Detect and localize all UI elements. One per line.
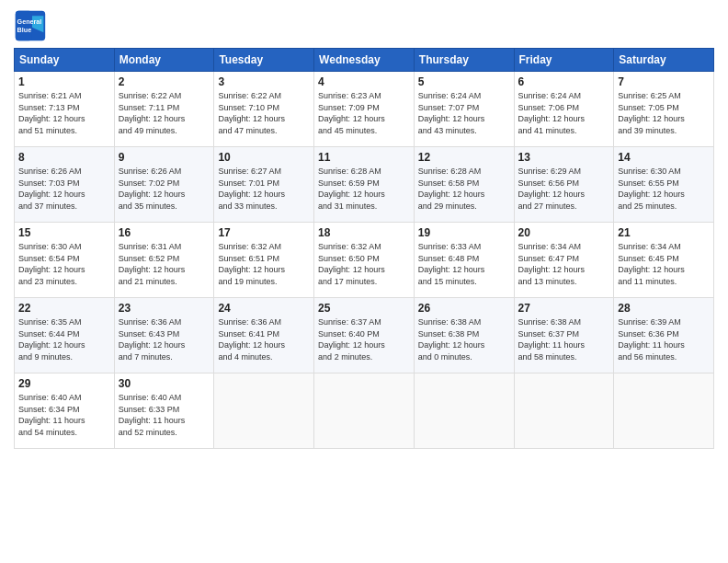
day-number: 19 <box>418 226 510 239</box>
cell-details: Sunrise: 6:22 AMSunset: 7:10 PMDaylight:… <box>218 90 310 136</box>
day-number: 15 <box>18 226 110 239</box>
calendar-cell: 12Sunrise: 6:28 AMSunset: 6:58 PMDayligh… <box>414 147 514 223</box>
cell-details: Sunrise: 6:22 AMSunset: 7:11 PMDaylight:… <box>119 90 210 136</box>
calendar-week-5: 29Sunrise: 6:40 AMSunset: 6:34 PMDayligh… <box>15 373 714 449</box>
day-number: 26 <box>418 302 510 315</box>
calendar-cell: 21Sunrise: 6:34 AMSunset: 6:45 PMDayligh… <box>614 223 714 298</box>
calendar-cell: 1Sunrise: 6:21 AMSunset: 7:13 PMDaylight… <box>15 72 115 147</box>
calendar-cell: 7Sunrise: 6:25 AMSunset: 7:05 PMDaylight… <box>614 72 714 147</box>
calendar-cell: 9Sunrise: 6:26 AMSunset: 7:02 PMDaylight… <box>114 147 214 223</box>
calendar-cell <box>614 373 714 449</box>
calendar-week-3: 15Sunrise: 6:30 AMSunset: 6:54 PMDayligh… <box>15 223 714 298</box>
header: General Blue <box>14 9 714 42</box>
cell-details: Sunrise: 6:24 AMSunset: 7:06 PMDaylight:… <box>518 90 610 136</box>
calendar-cell: 17Sunrise: 6:32 AMSunset: 6:51 PMDayligh… <box>214 223 314 298</box>
cell-details: Sunrise: 6:31 AMSunset: 6:52 PMDaylight:… <box>119 241 210 287</box>
calendar-cell <box>314 373 415 449</box>
calendar-cell: 6Sunrise: 6:24 AMSunset: 7:06 PMDaylight… <box>514 72 614 147</box>
cell-details: Sunrise: 6:36 AMSunset: 6:41 PMDaylight:… <box>218 316 310 362</box>
day-number: 6 <box>518 75 610 88</box>
calendar-cell: 16Sunrise: 6:31 AMSunset: 6:52 PMDayligh… <box>114 223 214 298</box>
day-number: 22 <box>18 302 110 315</box>
cell-details: Sunrise: 6:34 AMSunset: 6:47 PMDaylight:… <box>518 241 610 287</box>
day-number: 13 <box>518 151 610 164</box>
calendar-cell: 23Sunrise: 6:36 AMSunset: 6:43 PMDayligh… <box>114 298 214 373</box>
cell-details: Sunrise: 6:38 AMSunset: 6:37 PMDaylight:… <box>518 316 610 362</box>
calendar-body: 1Sunrise: 6:21 AMSunset: 7:13 PMDaylight… <box>15 72 714 449</box>
day-number: 28 <box>618 302 710 315</box>
weekday-header-saturday: Saturday <box>614 49 714 72</box>
cell-details: Sunrise: 6:26 AMSunset: 7:02 PMDaylight:… <box>119 166 210 212</box>
day-number: 2 <box>119 75 210 88</box>
weekday-header-tuesday: Tuesday <box>214 49 314 72</box>
day-number: 14 <box>618 151 710 164</box>
weekday-header-thursday: Thursday <box>414 49 514 72</box>
calendar-week-4: 22Sunrise: 6:35 AMSunset: 6:44 PMDayligh… <box>15 298 714 373</box>
day-number: 30 <box>119 377 210 390</box>
day-number: 29 <box>18 377 110 390</box>
weekday-header-friday: Friday <box>514 49 614 72</box>
calendar-cell: 28Sunrise: 6:39 AMSunset: 6:36 PMDayligh… <box>614 298 714 373</box>
cell-details: Sunrise: 6:37 AMSunset: 6:40 PMDaylight:… <box>318 316 410 362</box>
calendar-week-1: 1Sunrise: 6:21 AMSunset: 7:13 PMDaylight… <box>15 72 714 147</box>
day-number: 25 <box>318 302 410 315</box>
day-number: 12 <box>418 151 510 164</box>
cell-details: Sunrise: 6:30 AMSunset: 6:55 PMDaylight:… <box>618 166 710 212</box>
logo: General Blue <box>14 9 51 42</box>
calendar-header: SundayMondayTuesdayWednesdayThursdayFrid… <box>15 49 714 72</box>
cell-details: Sunrise: 6:23 AMSunset: 7:09 PMDaylight:… <box>318 90 410 136</box>
cell-details: Sunrise: 6:33 AMSunset: 6:48 PMDaylight:… <box>418 241 510 287</box>
day-number: 10 <box>218 151 310 164</box>
day-number: 18 <box>318 226 410 239</box>
cell-details: Sunrise: 6:38 AMSunset: 6:38 PMDaylight:… <box>418 316 510 362</box>
day-number: 16 <box>119 226 210 239</box>
day-number: 24 <box>218 302 310 315</box>
logo-icon: General Blue <box>14 9 47 42</box>
calendar-cell: 24Sunrise: 6:36 AMSunset: 6:41 PMDayligh… <box>214 298 314 373</box>
calendar-table: SundayMondayTuesdayWednesdayThursdayFrid… <box>14 48 714 449</box>
calendar-cell: 20Sunrise: 6:34 AMSunset: 6:47 PMDayligh… <box>514 223 614 298</box>
cell-details: Sunrise: 6:35 AMSunset: 6:44 PMDaylight:… <box>18 316 110 362</box>
cell-details: Sunrise: 6:27 AMSunset: 7:01 PMDaylight:… <box>218 166 310 212</box>
calendar-cell: 18Sunrise: 6:32 AMSunset: 6:50 PMDayligh… <box>314 223 415 298</box>
calendar-cell: 26Sunrise: 6:38 AMSunset: 6:38 PMDayligh… <box>414 298 514 373</box>
cell-details: Sunrise: 6:28 AMSunset: 6:58 PMDaylight:… <box>418 166 510 212</box>
calendar-cell: 27Sunrise: 6:38 AMSunset: 6:37 PMDayligh… <box>514 298 614 373</box>
calendar-week-2: 8Sunrise: 6:26 AMSunset: 7:03 PMDaylight… <box>15 147 714 223</box>
day-number: 1 <box>18 75 110 88</box>
cell-details: Sunrise: 6:40 AMSunset: 6:34 PMDaylight:… <box>18 392 110 438</box>
calendar-cell: 29Sunrise: 6:40 AMSunset: 6:34 PMDayligh… <box>15 373 115 449</box>
calendar-cell: 14Sunrise: 6:30 AMSunset: 6:55 PMDayligh… <box>614 147 714 223</box>
day-number: 17 <box>218 226 310 239</box>
day-number: 4 <box>318 75 410 88</box>
calendar-cell: 30Sunrise: 6:40 AMSunset: 6:33 PMDayligh… <box>114 373 214 449</box>
calendar-cell: 13Sunrise: 6:29 AMSunset: 6:56 PMDayligh… <box>514 147 614 223</box>
day-number: 11 <box>318 151 410 164</box>
cell-details: Sunrise: 6:21 AMSunset: 7:13 PMDaylight:… <box>18 90 110 136</box>
cell-details: Sunrise: 6:32 AMSunset: 6:50 PMDaylight:… <box>318 241 410 287</box>
calendar-cell: 22Sunrise: 6:35 AMSunset: 6:44 PMDayligh… <box>15 298 115 373</box>
weekday-header-row: SundayMondayTuesdayWednesdayThursdayFrid… <box>15 49 714 72</box>
day-number: 9 <box>119 151 210 164</box>
day-number: 3 <box>218 75 310 88</box>
calendar-cell: 8Sunrise: 6:26 AMSunset: 7:03 PMDaylight… <box>15 147 115 223</box>
calendar-cell <box>414 373 514 449</box>
svg-text:Blue: Blue <box>17 26 32 34</box>
calendar-cell: 15Sunrise: 6:30 AMSunset: 6:54 PMDayligh… <box>15 223 115 298</box>
calendar-cell: 11Sunrise: 6:28 AMSunset: 6:59 PMDayligh… <box>314 147 415 223</box>
day-number: 7 <box>618 75 710 88</box>
calendar-cell <box>514 373 614 449</box>
cell-details: Sunrise: 6:40 AMSunset: 6:33 PMDaylight:… <box>119 392 210 438</box>
calendar-cell: 4Sunrise: 6:23 AMSunset: 7:09 PMDaylight… <box>314 72 415 147</box>
calendar-cell <box>214 373 314 449</box>
calendar-cell: 2Sunrise: 6:22 AMSunset: 7:11 PMDaylight… <box>114 72 214 147</box>
cell-details: Sunrise: 6:25 AMSunset: 7:05 PMDaylight:… <box>618 90 710 136</box>
day-number: 5 <box>418 75 510 88</box>
calendar-cell: 10Sunrise: 6:27 AMSunset: 7:01 PMDayligh… <box>214 147 314 223</box>
day-number: 8 <box>18 151 110 164</box>
cell-details: Sunrise: 6:32 AMSunset: 6:51 PMDaylight:… <box>218 241 310 287</box>
cell-details: Sunrise: 6:30 AMSunset: 6:54 PMDaylight:… <box>18 241 110 287</box>
cell-details: Sunrise: 6:24 AMSunset: 7:07 PMDaylight:… <box>418 90 510 136</box>
day-number: 20 <box>518 226 610 239</box>
day-number: 27 <box>518 302 610 315</box>
